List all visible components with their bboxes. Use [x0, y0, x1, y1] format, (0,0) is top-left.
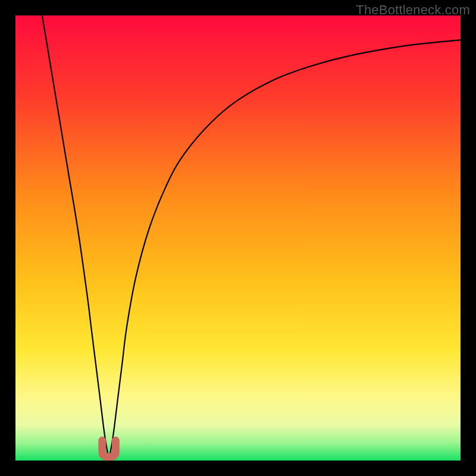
plot-area [15, 15, 461, 461]
minimum-marker [102, 440, 115, 457]
bottleneck-curve [15, 15, 461, 461]
curve-left-branch [42, 15, 109, 461]
curve-right-branch [109, 40, 461, 461]
chart-frame: TheBottleneck.com [0, 0, 476, 476]
